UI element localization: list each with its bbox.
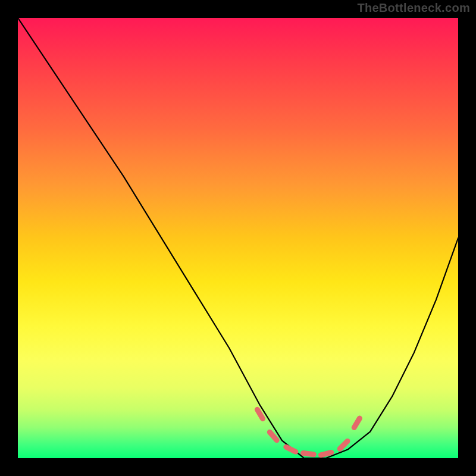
bottleneck-curve-path bbox=[18, 18, 458, 458]
trough-dashes bbox=[257, 409, 359, 455]
trough-dash bbox=[321, 452, 331, 455]
chart-frame: TheBottleneck.com bbox=[0, 0, 476, 476]
trough-dash bbox=[257, 409, 262, 418]
watermark-text: TheBottleneck.com bbox=[357, 1, 470, 15]
plot-area bbox=[18, 18, 458, 458]
trough-dash bbox=[340, 441, 347, 449]
trough-dash bbox=[354, 418, 359, 427]
trough-dash bbox=[303, 453, 314, 455]
trough-dash bbox=[286, 447, 296, 452]
curve-svg bbox=[18, 18, 458, 458]
trough-dash bbox=[270, 432, 277, 440]
